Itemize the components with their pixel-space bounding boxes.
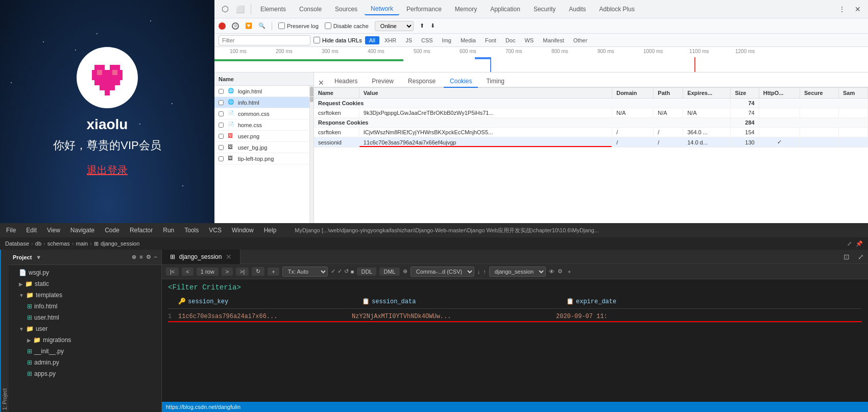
tab-headers[interactable]: Headers: [328, 76, 364, 87]
collapse-icon[interactable]: ≡: [139, 254, 142, 260]
scrollbar[interactable]: [309, 86, 314, 223]
settings2-icon[interactable]: ⚙: [558, 268, 563, 275]
add-file-icon[interactable]: ⊕: [132, 254, 136, 260]
filter-xhr[interactable]: XHR: [380, 36, 400, 44]
tab-sources[interactable]: Sources: [329, 4, 364, 15]
file-item-user-bg[interactable]: 🖼 user_bg.jpg: [214, 142, 314, 153]
file-checkbox[interactable]: [219, 145, 224, 150]
add-row-button[interactable]: +: [268, 268, 279, 276]
throttle-select[interactable]: Online Fast 3G Slow 3G: [375, 21, 414, 31]
tab-console[interactable]: Console: [293, 4, 328, 15]
db-row-1[interactable]: 1 11c6c70e3sas796a24ai7x66... NzY2NjAxMT…: [168, 311, 862, 323]
tree-item-static[interactable]: ▶ 📁 static: [9, 278, 161, 289]
filter-criteria[interactable]: <Filter Criteria>: [168, 283, 862, 292]
close-devtools-icon[interactable]: ✕: [852, 3, 864, 15]
export-upload-icon[interactable]: ↑: [483, 269, 486, 275]
ddl-button[interactable]: DDL: [357, 268, 376, 276]
last-row-button[interactable]: >|: [236, 268, 249, 276]
view-icon[interactable]: 👁: [549, 269, 554, 275]
file-item-user-png[interactable]: 🖼 user.png: [214, 131, 314, 142]
filter-media[interactable]: Media: [456, 36, 480, 44]
pin-icon[interactable]: 📌: [856, 240, 863, 247]
filter-js[interactable]: JS: [401, 36, 416, 44]
filter-manifest[interactable]: Manifest: [539, 36, 568, 44]
gear-icon[interactable]: ⚙: [146, 254, 151, 260]
filter-font[interactable]: Font: [481, 36, 500, 44]
tab-close-icon[interactable]: ✕: [226, 253, 232, 261]
file-checkbox[interactable]: [219, 111, 224, 116]
check-icon[interactable]: ✓: [331, 268, 335, 275]
file-item-common-css[interactable]: 📄 common.css: [214, 108, 314, 119]
tree-item-init[interactable]: ⊞ __init__.py: [9, 346, 161, 357]
refresh-button[interactable]: ↻: [252, 267, 264, 276]
download-icon[interactable]: ⬇: [430, 22, 435, 29]
minus-icon[interactable]: −: [154, 254, 157, 260]
menu-vcs[interactable]: VCS: [207, 226, 224, 235]
tab-preview[interactable]: Preview: [366, 76, 400, 87]
project-vertical-tab[interactable]: 1: Project: [0, 250, 9, 412]
check2-icon[interactable]: ✓: [337, 268, 342, 275]
preserve-log-label[interactable]: Preserve log: [278, 22, 319, 29]
hide-data-urls-label[interactable]: Hide data URLs: [314, 37, 362, 43]
upload-icon[interactable]: ⬆: [420, 22, 424, 29]
file-item-home-css[interactable]: 📄 home.css: [214, 119, 314, 131]
tree-item-info-html[interactable]: ⊞ info.html: [9, 301, 161, 312]
file-item-tip[interactable]: 🖼 tip-left-top.png: [214, 153, 314, 164]
file-item-login[interactable]: 🌐 login.html: [214, 86, 314, 97]
dml-button[interactable]: DML: [379, 268, 399, 276]
filter-doc[interactable]: Doc: [501, 36, 520, 44]
dropdown-icon[interactable]: ▼: [36, 254, 41, 260]
file-checkbox[interactable]: [219, 156, 224, 161]
tab-adblock[interactable]: Adblock Plus: [593, 4, 641, 15]
db-select[interactable]: django_session: [489, 266, 546, 277]
disable-cache-checkbox[interactable]: [325, 22, 331, 29]
stop-icon[interactable]: ■: [351, 269, 354, 275]
menu-window[interactable]: Window: [230, 226, 256, 235]
file-checkbox[interactable]: [219, 89, 224, 94]
menu-file[interactable]: File: [4, 226, 18, 235]
extract-icon[interactable]: ⊕: [403, 268, 407, 275]
preserve-log-checkbox[interactable]: [278, 22, 285, 29]
tab-timing[interactable]: Timing: [480, 76, 511, 87]
more-icon[interactable]: ⋮: [835, 3, 849, 15]
file-checkbox[interactable]: [219, 134, 224, 139]
menu-run[interactable]: Run: [161, 226, 176, 235]
search-icon[interactable]: 🔍: [258, 22, 266, 29]
record-button[interactable]: [219, 22, 226, 30]
menu-edit[interactable]: Edit: [24, 226, 39, 235]
menu-tools[interactable]: Tools: [182, 226, 201, 235]
file-checkbox[interactable]: [219, 100, 224, 105]
filter-ws[interactable]: WS: [520, 36, 538, 44]
tab-response[interactable]: Response: [402, 76, 442, 87]
menu-help[interactable]: Help: [262, 226, 279, 235]
hide-data-urls-checkbox[interactable]: [314, 37, 320, 43]
responsive-icon[interactable]: ⬜: [233, 3, 248, 15]
tab-audits[interactable]: Audits: [563, 4, 592, 15]
expand-icon[interactable]: ⤢: [847, 240, 852, 247]
filter-input[interactable]: [219, 35, 310, 45]
export-download-icon[interactable]: ↓: [477, 269, 480, 275]
tab-memory[interactable]: Memory: [449, 4, 483, 15]
add-panel-icon[interactable]: +: [568, 269, 571, 275]
datagrid-icon[interactable]: ⊡: [839, 253, 854, 261]
close-panel-icon[interactable]: ✕: [318, 79, 324, 87]
menu-view[interactable]: View: [45, 226, 62, 235]
file-checkbox[interactable]: [219, 123, 224, 128]
tree-item-templates[interactable]: ▼ 📁 templates: [9, 289, 161, 301]
tab-network[interactable]: Network: [365, 3, 399, 15]
next-row-button[interactable]: >: [222, 268, 233, 276]
filter-icon[interactable]: 🔽: [245, 22, 252, 29]
ide-tab-session[interactable]: ⊞ django_session ✕: [162, 250, 240, 264]
menu-code[interactable]: Code: [103, 226, 122, 235]
tree-item-admin[interactable]: ⊞ admin.py: [9, 357, 161, 368]
tree-item-user-html[interactable]: ⊞ user.html: [9, 312, 161, 323]
stop-button[interactable]: ⊘: [232, 22, 239, 30]
tree-item-migrations[interactable]: ▶ 📁 migrations: [9, 334, 161, 346]
file-item-info[interactable]: 🌐 info.html: [214, 97, 314, 108]
disable-cache-label[interactable]: Disable cache: [325, 22, 369, 29]
expand-right-icon[interactable]: ⤢: [854, 253, 868, 261]
tree-item-user-folder[interactable]: ▼ 📁 user: [9, 323, 161, 334]
filter-other[interactable]: Other: [569, 36, 592, 44]
menu-refactor[interactable]: Refactor: [128, 226, 155, 235]
tab-cookies[interactable]: Cookies: [444, 76, 478, 88]
